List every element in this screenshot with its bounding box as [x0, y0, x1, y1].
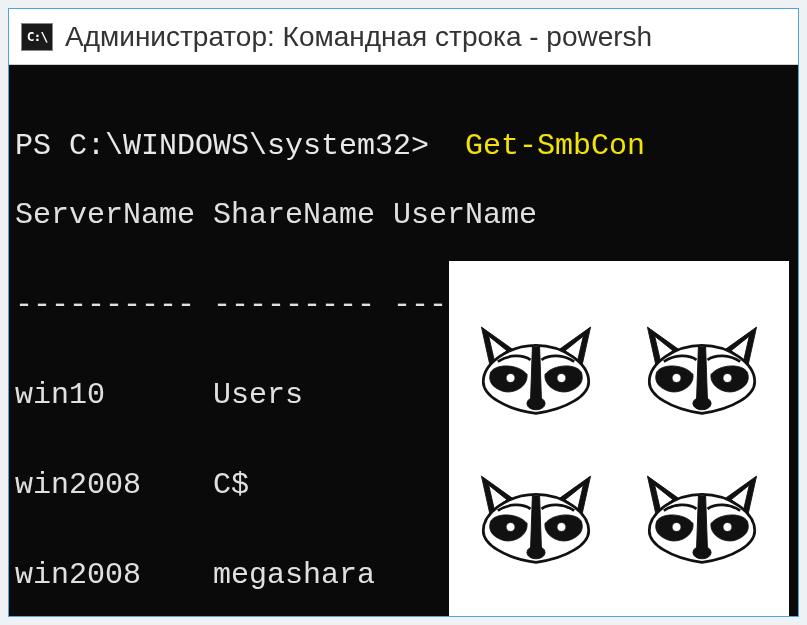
svg-point-9	[723, 522, 732, 531]
svg-point-11	[693, 546, 711, 559]
titlebar[interactable]: C:\ Администратор: Командная строка - po…	[9, 9, 798, 65]
svg-point-0	[506, 373, 515, 382]
overlay-image	[449, 261, 789, 616]
svg-point-10	[672, 522, 681, 531]
command-text: Get-SmbCon	[465, 129, 645, 163]
command-prompt-icon: C:\	[21, 23, 53, 51]
svg-point-5	[693, 397, 711, 410]
raccoon-icon	[627, 422, 777, 567]
raccoon-icon	[461, 571, 611, 616]
svg-point-6	[506, 522, 515, 531]
raccoon-icon	[461, 422, 611, 567]
table-header-row: ServerNameShareNameUserName	[15, 193, 792, 238]
header-sharename: ShareName	[213, 193, 393, 238]
svg-point-4	[672, 373, 681, 382]
svg-point-1	[557, 373, 566, 382]
cell-share: megashara	[213, 553, 393, 598]
header-servername: ServerName	[15, 193, 213, 238]
window-title: Администратор: Командная строка - powers…	[65, 21, 652, 53]
cell-server: win10	[15, 373, 213, 418]
cell-server: win2008	[15, 553, 213, 598]
command-prompt-window: C:\ Администратор: Командная строка - po…	[8, 8, 799, 617]
cell-share: Users	[213, 373, 393, 418]
cell-server: win2008	[15, 463, 213, 508]
header-username: UserName	[393, 193, 555, 238]
svg-point-7	[557, 522, 566, 531]
cell-share: C$	[213, 463, 393, 508]
ps-prompt: PS C:\WINDOWS\system32>	[15, 129, 429, 163]
raccoon-icon	[461, 273, 611, 418]
svg-point-2	[527, 397, 545, 410]
svg-point-8	[527, 546, 545, 559]
svg-point-3	[723, 373, 732, 382]
terminal-output[interactable]: PS C:\WINDOWS\system32> Get-SmbCon Serve…	[9, 65, 798, 616]
raccoon-icon	[627, 571, 777, 616]
raccoon-icon	[627, 273, 777, 418]
